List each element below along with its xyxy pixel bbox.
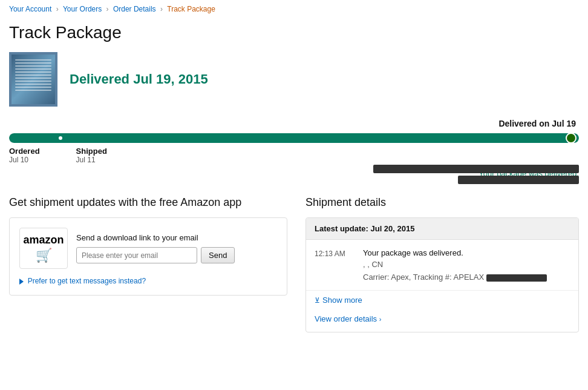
progress-wrapper: Ordered Jul 10 Shipped Jul 11 Your packa… — [9, 133, 579, 178]
shipment-latest-update: Latest update: Jul 20, 2015 — [306, 218, 578, 240]
show-more-row: ⊻ Show more — [306, 290, 578, 309]
shipment-box: Latest update: Jul 20, 2015 12:13 AM You… — [305, 217, 579, 332]
tracking-redacted — [486, 274, 547, 282]
product-image-lines — [11, 55, 55, 98]
shipped-date: Jul 11 — [76, 156, 107, 164]
email-row: Send — [76, 247, 235, 263]
breadcrumb-sep-3: › — [160, 5, 165, 13]
progress-bar-container — [9, 133, 579, 143]
progress-dot-end — [566, 133, 577, 143]
email-input[interactable] — [76, 247, 197, 263]
app-box-right: Send a download link to your email Send — [76, 233, 235, 263]
shipment-row: 12:13 AM Your package was delivered. , ,… — [306, 240, 578, 290]
breadcrumb-sep-2: › — [106, 5, 111, 13]
chevron-right-icon: › — [379, 316, 382, 323]
show-more-link[interactable]: Show more — [322, 296, 362, 305]
progress-bar-fill — [9, 133, 579, 143]
page-title: Track Package — [9, 23, 579, 42]
shipment-time: 12:13 AM — [315, 248, 351, 282]
redacted-area — [373, 165, 579, 184]
view-order-link[interactable]: View order details › — [315, 314, 381, 323]
delivered-on-label: Delivered on Jul 19 — [9, 119, 579, 128]
latest-update-label: Latest update: — [315, 224, 368, 233]
view-order-row: View order details › — [306, 309, 578, 332]
shipment-details-content: Your package was delivered. , , CN Carri… — [363, 248, 570, 282]
delivery-section: Delivered Jul 19, 2015 — [9, 52, 579, 107]
ordered-label: Ordered — [9, 147, 40, 156]
amazon-logo-text: amazon — [23, 234, 64, 246]
latest-update-date: Jul 20, 2015 — [370, 224, 414, 233]
delivery-status: Delivered Jul 19, 2015 — [70, 71, 208, 87]
app-section-title: Get shipment updates with the free Amazo… — [9, 196, 287, 209]
chevron-down-icon: ⊻ — [315, 296, 320, 305]
breadcrumb-current: Track Package — [167, 5, 215, 13]
breadcrumb-sep-1: › — [56, 5, 60, 13]
product-image — [9, 52, 57, 107]
progress-area: Delivered on Jul 19 Ordered Jul 10 Shipp… — [9, 119, 579, 178]
bottom-section: Get shipment updates with the free Amazo… — [9, 196, 579, 332]
progress-dot-start — [57, 135, 64, 141]
redacted-bar-1 — [373, 165, 579, 173]
redacted-bar-2 — [458, 176, 579, 184]
shipment-carrier: Carrier: Apex, Tracking #: APELAX — [363, 273, 570, 282]
prefer-text-row: Prefer to get text messages instead? — [19, 276, 277, 285]
progress-label-ordered: Ordered Jul 10 — [9, 147, 40, 164]
triangle-icon — [19, 279, 24, 285]
send-button[interactable]: Send — [201, 247, 235, 263]
breadcrumb-your-orders[interactable]: Your Orders — [63, 5, 102, 13]
breadcrumb: Your Account › Your Orders › Order Detai… — [9, 0, 579, 17]
app-box: amazon 🛒 Send a download link to your em… — [9, 217, 287, 296]
right-panel: Shipment details Latest update: Jul 20, … — [305, 196, 579, 332]
view-order-label: View order details — [315, 314, 377, 323]
shipment-delivered-msg: Your package was delivered. — [363, 248, 570, 257]
product-image-inner — [11, 55, 55, 104]
progress-labels: Ordered Jul 10 Shipped Jul 11 — [9, 147, 579, 164]
left-panel: Get shipment updates with the free Amazo… — [9, 196, 287, 332]
ordered-date: Jul 10 — [9, 156, 40, 164]
shipment-section-title: Shipment details — [305, 196, 579, 209]
shipment-location: , , CN — [363, 260, 570, 269]
send-link-label: Send a download link to your email — [76, 233, 235, 242]
breadcrumb-your-account[interactable]: Your Account — [9, 5, 51, 13]
breadcrumb-order-details[interactable]: Order Details — [113, 5, 156, 13]
app-box-inner: amazon 🛒 Send a download link to your em… — [19, 228, 277, 269]
amazon-cart-icon: 🛒 — [36, 248, 52, 263]
shipped-label: Shipped — [76, 147, 107, 156]
amazon-logo-box: amazon 🛒 — [19, 228, 68, 269]
carrier-prefix: Carrier: Apex, Tracking #: APELAX — [363, 273, 484, 282]
progress-label-shipped: Shipped Jul 11 — [76, 147, 107, 164]
prefer-text-link[interactable]: Prefer to get text messages instead? — [28, 277, 146, 285]
